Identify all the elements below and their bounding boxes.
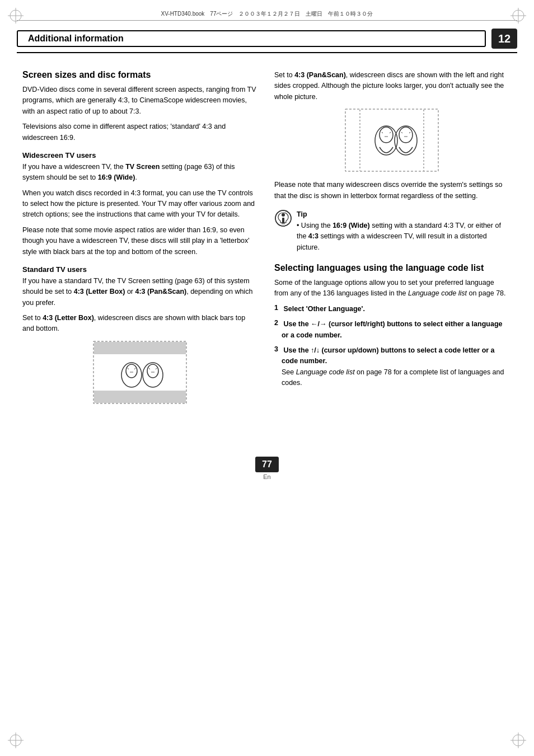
widescreen-p1: If you have a widescreen TV, the TV Scre…	[22, 162, 257, 184]
reg-mark-tl	[8, 8, 24, 24]
reg-mark-br	[510, 732, 526, 748]
file-meta: XV-HTD340.book 77ページ ２００３年１２月２７日 土曜日 午前１…	[17, 0, 517, 21]
right-column: Set to 4:3 (Pan&Scan), widescreen discs …	[274, 70, 509, 412]
subsection-standard: Standard TV users	[22, 265, 257, 274]
step-3-num: 3	[274, 345, 278, 389]
left-column: Screen sizes and disc formats DVD-Video …	[22, 70, 257, 412]
svg-point-34	[399, 127, 413, 143]
step-1-num: 1	[274, 304, 278, 314]
widescreen-p2: When you watch discs recorded in 4:3 for…	[22, 188, 257, 220]
page-footer: 77 En	[255, 457, 279, 480]
tip-content: Tip • Using the 16:9 (Wide) setting with…	[297, 210, 509, 257]
letterbox-note: Please note that many widescreen discs o…	[274, 180, 509, 201]
content-area: Screen sizes and disc formats DVD-Video …	[22, 70, 512, 412]
header-bar: Additional information 12	[17, 25, 517, 53]
step-2-text: Use the ←/→ (cursor left/right) buttons …	[282, 319, 509, 341]
svg-rect-25	[345, 109, 438, 171]
standard-p1: If you have a standard TV, the TV Screen…	[22, 276, 257, 308]
step-2: 2 Use the ←/→ (cursor left/right) button…	[274, 319, 509, 341]
svg-rect-13	[94, 342, 186, 354]
step-2-num: 2	[274, 319, 278, 341]
tip-label: Tip	[297, 210, 509, 218]
letterbox-illustration	[22, 340, 257, 406]
standard-p2: Set to 4:3 (Letter Box), widescreen disc…	[22, 313, 257, 335]
page-lang: En	[255, 473, 279, 480]
svg-rect-14	[94, 391, 186, 403]
intro-text-1: DVD-Video discs come in several differen…	[22, 84, 257, 117]
step-3-text: Use the ↑/↓ (cursor up/down) buttons to …	[282, 345, 509, 389]
tip-box: Tip • Using the 16:9 (Wide) setting with…	[274, 210, 509, 257]
pan-scan-text: Set to 4:3 (Pan&Scan), widescreen discs …	[274, 70, 509, 102]
subsection-widescreen: Widescreen TV users	[22, 151, 257, 159]
panscan-illustration	[274, 108, 509, 174]
page-title: Additional information	[17, 30, 486, 47]
intro-text-2: Televisions also come in different aspec…	[22, 121, 257, 143]
widescreen-p3: Please note that some movie aspect ratio…	[22, 225, 257, 257]
svg-point-39	[282, 213, 285, 217]
section-title-language: Selecting languages using the language c…	[274, 263, 509, 273]
step-3: 3 Use the ↑/↓ (cursor up/down) buttons t…	[274, 345, 509, 389]
tip-text: • Using the 16:9 (Wide) setting with a s…	[297, 220, 509, 253]
section-title-screen-sizes: Screen sizes and disc formats	[22, 70, 257, 80]
step-1: 1 Select 'Other Language'.	[274, 304, 509, 314]
svg-point-21	[147, 364, 158, 378]
tip-icon	[274, 209, 292, 227]
chapter-badge: 12	[491, 29, 517, 49]
section2-intro: Some of the language options allow you t…	[274, 278, 509, 299]
svg-point-16	[126, 364, 137, 378]
reg-mark-bl	[8, 732, 24, 748]
reg-mark-tr	[510, 8, 526, 24]
svg-point-29	[380, 127, 393, 143]
step-1-text: Select 'Other Language'.	[282, 304, 365, 314]
page-number: 77	[255, 457, 279, 472]
